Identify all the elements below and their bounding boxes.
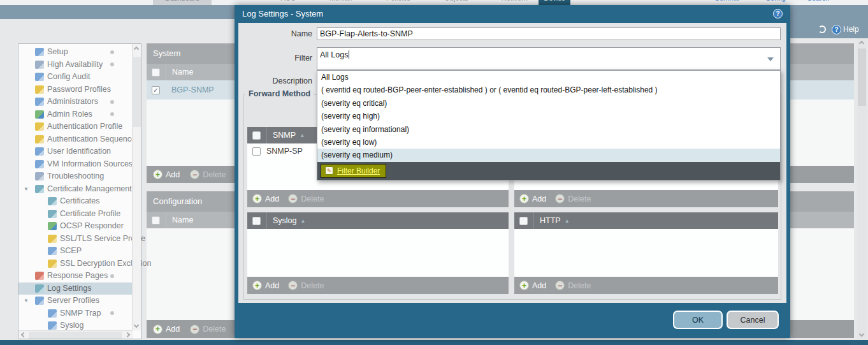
scroll-up-icon[interactable] [859, 41, 864, 46]
tab-policies[interactable]: Policies [380, 0, 416, 5]
ssl-tls-service-profile-icon [48, 235, 57, 243]
collapse-arrow-icon[interactable]: ▼ [24, 183, 29, 196]
tab-acc[interactable]: ACC [275, 0, 301, 5]
status-dot [110, 274, 114, 278]
user-identification-icon [35, 147, 44, 156]
row-name[interactable]: BGP-SNMP [166, 80, 214, 99]
bottom-status-bar [0, 340, 868, 345]
filter-builder-button[interactable]: ✎ Filter Builder [321, 164, 386, 178]
delete-button[interactable]: Delete [555, 281, 591, 290]
sidebar-item-response-pages[interactable]: Response Pages [18, 270, 132, 283]
add-button[interactable]: Add [153, 170, 180, 179]
sidebar-item-admin-roles[interactable]: Admin Roles [18, 108, 132, 121]
scroll-up-icon[interactable] [134, 47, 139, 52]
sidebar-item-ssl-tls-service-profile[interactable]: SSL/TLS Service Profile [18, 233, 132, 246]
scroll-down-icon[interactable] [859, 332, 864, 337]
syslog-column-header[interactable]: Syslog▲ [266, 212, 305, 229]
syslog-pane: Syslog▲ Add Delete [247, 212, 509, 294]
dropdown-option[interactable]: (severity eq critical) [317, 97, 780, 110]
name-column-header[interactable]: Name [166, 212, 193, 228]
sidebar-item-password-profiles[interactable]: Password Profiles [18, 84, 132, 96]
commit-link[interactable]: Commit [709, 0, 744, 5]
snmp-column-header[interactable]: SNMP▲ [266, 127, 305, 143]
sidebar-item-server-profiles[interactable]: ▼Server Profiles [18, 295, 132, 307]
tab-monitor[interactable]: Monitor [322, 0, 360, 5]
tab-dashboard[interactable]: Dashboard [153, 0, 212, 5]
sidebar-horizontal-scrollbar[interactable] [18, 330, 133, 339]
scrollbar-thumb[interactable] [858, 48, 866, 106]
dropdown-option-highlighted[interactable]: (severity eq medium) [317, 149, 780, 161]
sidebar-item-administrators[interactable]: Administrators [18, 96, 132, 108]
sidebar-item-config-audit[interactable]: Config Audit [18, 71, 132, 84]
ocsp-responder-icon [48, 222, 57, 230]
sidebar-item-high-availability[interactable]: High Availability [18, 59, 132, 71]
scroll-down-icon[interactable] [134, 323, 139, 328]
device-sidebar: Setup High Availability Config Audit Pas… [18, 43, 141, 339]
tab-network[interactable]: Network [496, 0, 532, 5]
sidebar-item-certificates[interactable]: Certificates [18, 195, 132, 208]
status-dot [110, 112, 114, 116]
sidebar-item-setup[interactable]: Setup [18, 46, 132, 59]
sidebar-item-certificate-management[interactable]: ▼Certificate Management [18, 183, 132, 196]
collapse-arrow-icon[interactable]: ▼ [24, 295, 29, 307]
sidebar-vertical-scrollbar[interactable] [132, 44, 141, 330]
filter-combobox[interactable]: All Logs [317, 47, 781, 70]
search-link[interactable]: Search [802, 0, 835, 5]
sidebar-item-vm-information-sources[interactable]: VM Information Sources [18, 158, 132, 171]
name-column-header[interactable]: Name [166, 64, 193, 80]
delete-button[interactable]: Delete [190, 170, 226, 179]
add-button[interactable]: Add [252, 194, 279, 203]
row-checkbox[interactable] [152, 86, 160, 94]
select-all-checkbox[interactable] [252, 131, 261, 140]
name-input[interactable] [317, 27, 781, 40]
page-vertical-scrollbar[interactable] [857, 38, 867, 339]
add-button[interactable]: Add [519, 194, 546, 203]
sidebar-item-ssl-decryption-exclusion[interactable]: SSL Decryption Exclusion [18, 258, 132, 270]
refresh-icon[interactable] [818, 26, 826, 33]
delete-button[interactable]: Delete [555, 194, 591, 203]
status-dot [110, 62, 114, 66]
add-button[interactable]: Add [153, 325, 180, 334]
scroll-left-icon[interactable] [21, 332, 26, 337]
sort-ascending-icon: ▲ [301, 218, 306, 224]
add-button[interactable]: Add [252, 281, 279, 290]
tab-device[interactable]: Device [539, 0, 570, 5]
sidebar-item-certificate-profile[interactable]: Certificate Profile [18, 208, 132, 221]
sidebar-item-log-settings[interactable]: Log Settings [18, 283, 132, 295]
dropdown-option[interactable]: (severity eq low) [317, 136, 780, 149]
text-cursor [349, 50, 349, 59]
sidebar-item-ocsp-responder[interactable]: OCSP Responder [18, 220, 132, 233]
select-all-checkbox[interactable] [252, 217, 261, 225]
sidebar-item-scep[interactable]: SCEP [18, 245, 132, 258]
row-checkbox[interactable] [252, 147, 261, 156]
scroll-right-icon[interactable] [125, 332, 130, 337]
sidebar-item-authentication-sequence[interactable]: Authentication Sequence [18, 133, 132, 146]
help-button[interactable]: ? Help [832, 25, 859, 34]
sidebar-item-snmp-trap[interactable]: SNMP Trap [18, 307, 132, 320]
sidebar-item-authentication-profile[interactable]: Authentication Profile [18, 121, 132, 133]
dropdown-option[interactable]: ( eventid eq routed-BGP-peer-enter-estab… [317, 84, 780, 96]
ok-button[interactable]: OK [673, 311, 723, 329]
syslog-icon [48, 321, 57, 330]
dropdown-option[interactable]: (severity eq high) [317, 110, 780, 122]
select-all-checkbox[interactable] [152, 68, 160, 77]
sidebar-item-user-identification[interactable]: User Identification [18, 145, 132, 158]
tab-objects[interactable]: Objects [440, 0, 473, 5]
dropdown-option[interactable]: All Logs [317, 71, 780, 84]
delete-button[interactable]: Delete [288, 281, 324, 290]
scrollbar-thumb[interactable] [29, 332, 122, 339]
scrollbar-thumb[interactable] [133, 57, 141, 127]
select-all-checkbox[interactable] [519, 217, 528, 225]
delete-button[interactable]: Delete [190, 325, 226, 334]
sidebar-item-troubleshooting[interactable]: Troubleshooting [18, 170, 132, 183]
chevron-down-icon[interactable] [767, 57, 774, 61]
dropdown-option[interactable]: (severity eq informational) [317, 123, 780, 136]
delete-button[interactable]: Delete [288, 194, 324, 203]
http-column-header[interactable]: HTTP▲ [533, 212, 570, 229]
select-all-checkbox[interactable] [152, 216, 160, 224]
row-name[interactable]: SNMP-SP [266, 147, 303, 156]
add-button[interactable]: Add [519, 281, 546, 290]
cancel-button[interactable]: Cancel [727, 311, 779, 329]
dialog-help-icon[interactable]: ? [773, 9, 783, 18]
add-icon [252, 194, 262, 203]
